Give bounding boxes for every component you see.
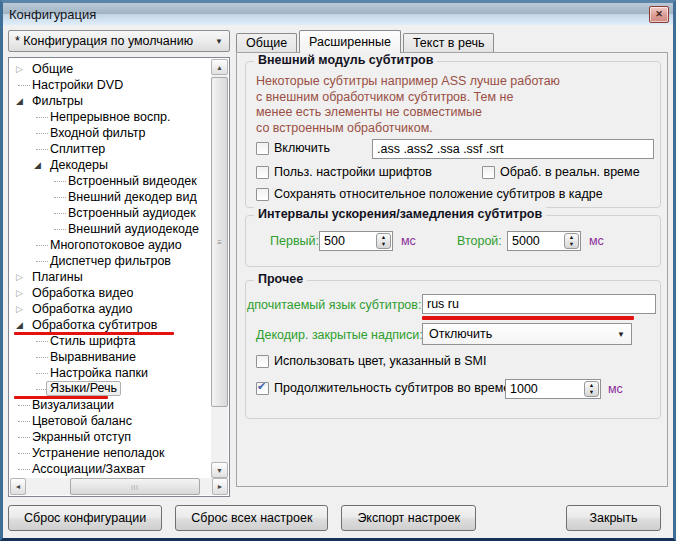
window-titlebar[interactable]: Конфигурация ✕ [3, 3, 673, 25]
footer-buttons: Сброс конфигурацииСброс всех настроекЭкс… [8, 505, 476, 531]
realtime-processing-checkbox[interactable] [482, 166, 495, 179]
tree-connector-line [36, 341, 48, 342]
spinner-arrows-icon[interactable]: ▲▼ [564, 233, 579, 249]
tree-item[interactable]: Выравнивание [10, 349, 211, 365]
tab-2[interactable]: Текст в речь [403, 33, 495, 52]
expander-collapsed-icon[interactable]: ▷ [16, 285, 23, 301]
tree-item-label: Ассоциации/Захват [32, 461, 145, 477]
tree-item-label: Встроенный видеодек [68, 173, 197, 189]
footer-button-0[interactable]: Сброс конфигурации [8, 505, 162, 531]
tree-item[interactable]: Встроенный видеодек [10, 173, 211, 189]
tree-item[interactable]: Устранение неполадок [10, 445, 211, 461]
chevron-down-icon: ▼ [215, 37, 223, 46]
closed-captions-select[interactable]: Отключить ▼ [422, 323, 632, 345]
tree-vertical-scrollbar[interactable]: ▲ ≡ ▼ [211, 59, 228, 478]
tree-item-label: Сплиттер [50, 141, 105, 157]
tree-item[interactable]: ▷Общие [10, 61, 211, 77]
tree-item[interactable]: Входной фильтр [10, 125, 211, 141]
expander-collapsed-icon[interactable]: ▷ [16, 61, 23, 77]
subtitle-extensions-input[interactable]: .ass .ass2 .ssa .ssf .srt [372, 139, 654, 159]
tree-item-label: Диспетчер фильтров [50, 253, 171, 269]
tree-item-label: Внешний аудиодекоде [68, 221, 199, 237]
tree-connector-line [54, 181, 66, 182]
enable-checkbox[interactable] [256, 142, 269, 155]
realtime-processing-label: Обраб. в реальн. време [500, 165, 640, 179]
tree-item[interactable]: ▷Обработка видео [10, 285, 211, 301]
footer-button-1[interactable]: Сброс всех настроек [175, 505, 328, 531]
keep-relative-position-label: Сохранять относительное положение субтит… [274, 187, 603, 201]
tree-item[interactable]: Языки/Речь [10, 381, 211, 397]
tree-connector-line [36, 149, 48, 150]
spinner-arrows-icon[interactable]: ▲▼ [376, 233, 391, 249]
subtitle-duration-unit: мс [608, 382, 623, 396]
tree-item[interactable]: Ассоциации/Захват [10, 461, 211, 477]
tree-connector-line [54, 197, 66, 198]
subtitle-duration-spinner[interactable]: 1000 ▲▼ [505, 379, 601, 399]
tree-connector-line [36, 373, 48, 374]
subtitle-duration-label: Продолжительность субтитров во времени [274, 381, 524, 395]
expander-collapsed-icon[interactable]: ▷ [16, 301, 23, 317]
subtitle-duration-checkbox[interactable] [256, 382, 269, 395]
tree-item[interactable]: Многопотоковое аудио [10, 237, 211, 253]
close-icon[interactable]: ✕ [649, 6, 669, 23]
tree-item[interactable]: ◢Декодеры [10, 157, 211, 173]
expander-expanded-icon[interactable]: ◢ [34, 157, 41, 173]
footer-button-2[interactable]: Экспорт настроек [341, 505, 476, 531]
tab-page-advanced: Внешний модуль субтитров Некоторые субти… [236, 52, 668, 487]
tree-item[interactable]: Непрерывное воспр. [10, 109, 211, 125]
tree-connector-line [36, 261, 48, 262]
tree-item[interactable]: ◢Обработка субтитров [10, 317, 211, 333]
configuration-profile-value: * Конфигурация по умолчанию [15, 34, 193, 48]
tree-connector-line [36, 117, 48, 118]
tree-item[interactable]: Сплиттер [10, 141, 211, 157]
tree-item[interactable]: Настройка папки [10, 365, 211, 381]
tree-item[interactable]: Цветовой баланс [10, 413, 211, 429]
first-interval-spinner[interactable]: 500 ▲▼ [319, 231, 393, 251]
horizontal-scroll-thumb[interactable]: ||| [70, 478, 200, 495]
settings-tree-items: ▷ОбщиеНастройки DVD◢ФильтрыНепрерывное в… [10, 60, 211, 478]
scroll-up-icon[interactable]: ▲ [211, 59, 228, 75]
expander-expanded-icon[interactable]: ◢ [16, 317, 23, 333]
scroll-left-icon[interactable]: ◄ [10, 478, 26, 495]
tree-item[interactable]: ◢Фильтры [10, 93, 211, 109]
tree-item-label: Визуализации [32, 397, 114, 413]
first-interval-unit: мс [401, 234, 416, 248]
tree-connector-line [18, 453, 30, 454]
configuration-profile-select[interactable]: * Конфигурация по умолчанию ▼ [8, 30, 230, 52]
tree-item[interactable]: Стиль шрифта [10, 333, 211, 349]
tree-item[interactable]: Экранный отступ [10, 429, 211, 445]
expander-collapsed-icon[interactable]: ▷ [16, 269, 23, 285]
tree-item-label: Устранение неполадок [32, 445, 164, 461]
tree-item[interactable]: Визуализации [10, 397, 211, 413]
close-button[interactable]: Закрыть [566, 505, 661, 531]
second-interval-spinner[interactable]: 5000 ▲▼ [507, 231, 581, 251]
closed-captions-label: Декодир. закрытые надписи: [256, 328, 423, 342]
expander-expanded-icon[interactable]: ◢ [16, 93, 23, 109]
tree-horizontal-scrollbar[interactable]: ◄ ||| ► [10, 478, 228, 495]
keep-relative-position-checkbox[interactable] [256, 188, 269, 201]
tree-item-label: Языки/Речь [46, 381, 121, 396]
tree-item-label: Общие [32, 61, 73, 77]
tree-item[interactable]: ▷Плагины [10, 269, 211, 285]
group-title: Внешний модуль субтитров [254, 53, 437, 67]
tab-0[interactable]: Общие [236, 33, 297, 52]
tree-item[interactable]: Диспетчер фильтров [10, 253, 211, 269]
scroll-right-icon[interactable]: ► [212, 478, 228, 495]
tree-item[interactable]: Встроенный аудиодек [10, 205, 211, 221]
tree-item[interactable]: Внешний декодер вид [10, 189, 211, 205]
chevron-down-icon: ▼ [617, 330, 625, 339]
scroll-down-icon[interactable]: ▼ [211, 462, 228, 478]
tree-item-label: Фильтры [32, 93, 83, 109]
spinner-arrows-icon[interactable]: ▲▼ [584, 381, 599, 397]
tree-connector-line [18, 437, 30, 438]
tree-item[interactable]: Внешний аудиодекоде [10, 221, 211, 237]
tree-item[interactable]: Настройки DVD [10, 77, 211, 93]
preferred-language-input[interactable]: rus ru [422, 294, 656, 314]
tab-1[interactable]: Расширенные [299, 30, 401, 53]
user-font-settings-checkbox[interactable] [256, 166, 269, 179]
user-font-settings-label: Польз. настройки шрифтов [274, 165, 432, 179]
dialog-client-area: * Конфигурация по умолчанию ▼ ▷ОбщиеНаст… [3, 25, 673, 538]
tree-item[interactable]: ▷Обработка аудио [10, 301, 211, 317]
smi-color-checkbox[interactable] [256, 355, 269, 368]
vertical-scroll-thumb[interactable]: ≡ [211, 77, 228, 407]
